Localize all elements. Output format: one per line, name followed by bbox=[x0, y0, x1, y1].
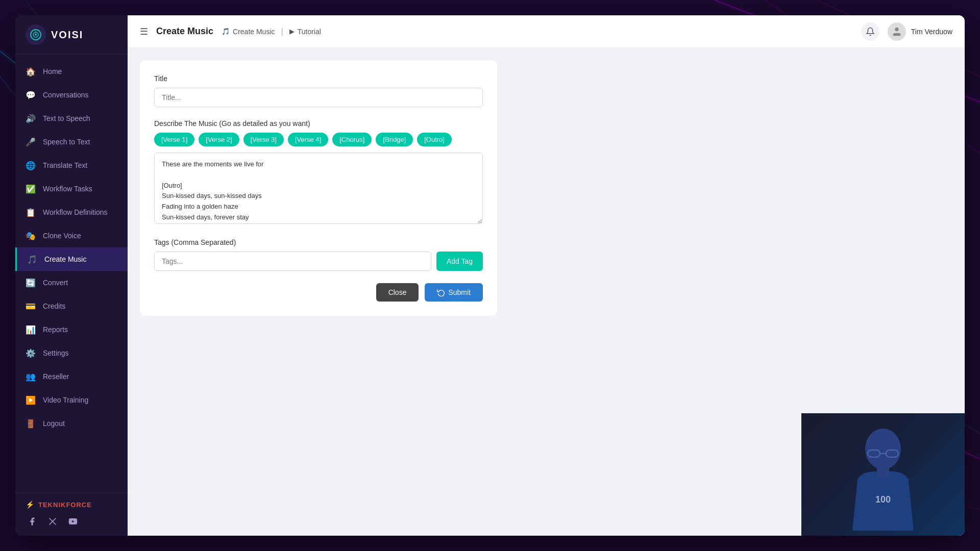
sidebar-item-conversations-label: Conversations bbox=[43, 91, 89, 99]
logo-icon bbox=[26, 24, 46, 45]
header-right: Tim Verduow bbox=[861, 22, 952, 41]
sidebar-item-clone-voice[interactable]: 🎭 Clone Voice bbox=[15, 224, 128, 247]
page-title: Create Music bbox=[156, 26, 213, 37]
sidebar-item-workflow-definitions[interactable]: 📋 Workflow Definitions bbox=[15, 201, 128, 224]
sidebar-item-home[interactable]: 🏠 Home bbox=[15, 60, 128, 83]
convert-icon: 🔄 bbox=[26, 278, 36, 288]
webcam-feed: 100 bbox=[801, 413, 965, 536]
teknikforce-icon: ⚡ bbox=[26, 500, 34, 509]
create-music-form: Title Describe The Music (Go as detailed… bbox=[140, 60, 497, 316]
sidebar-item-video-training-label: Video Training bbox=[43, 396, 88, 404]
reports-icon: 📊 bbox=[26, 324, 36, 335]
sidebar-item-reports[interactable]: 📊 Reports bbox=[15, 318, 128, 341]
sidebar-item-workflow-tasks[interactable]: ✅ Workflow Tasks bbox=[15, 177, 128, 201]
sidebar-item-speech-to-text[interactable]: 🎤 Speech to Text bbox=[15, 130, 128, 154]
sidebar-item-reports-label: Reports bbox=[43, 325, 68, 334]
user-menu[interactable]: Tim Verduow bbox=[888, 22, 952, 41]
sidebar-item-translate-label: Translate Text bbox=[43, 161, 87, 169]
add-tag-button[interactable]: Add Tag bbox=[436, 252, 483, 271]
facebook-link[interactable] bbox=[26, 515, 39, 528]
breadcrumb-link[interactable]: 🎵 Create Music bbox=[222, 28, 275, 36]
sidebar-item-create-music-label: Create Music bbox=[44, 255, 86, 263]
youtube-link[interactable] bbox=[66, 515, 80, 528]
app-name: VOISI bbox=[51, 29, 83, 41]
sidebar-item-credits[interactable]: 💳 Credits bbox=[15, 294, 128, 318]
teknikforce-name: TEKNIKFORCE bbox=[38, 501, 92, 509]
sidebar-item-create-music[interactable]: 🎵 Create Music bbox=[15, 247, 128, 271]
sidebar-navigation: 🏠 Home 💬 Conversations 🔊 Text to Speech … bbox=[15, 55, 128, 492]
user-avatar bbox=[888, 22, 906, 41]
teknikforce-brand: ⚡ TEKNIKFORCE bbox=[26, 500, 117, 509]
sidebar-item-settings-label: Settings bbox=[43, 349, 69, 357]
close-button[interactable]: Close bbox=[376, 283, 419, 302]
tutorial-link[interactable]: ▶ Tutorial bbox=[289, 28, 321, 36]
sidebar-item-credits-label: Credits bbox=[43, 302, 65, 310]
description-section: Describe The Music (Go as detailed as yo… bbox=[154, 119, 483, 226]
sidebar-item-logout-label: Logout bbox=[43, 419, 65, 428]
create-music-icon: 🎵 bbox=[27, 254, 37, 264]
workflow-tasks-icon: ✅ bbox=[26, 184, 36, 194]
verse1-tag-button[interactable]: [Verse 1] bbox=[154, 133, 194, 146]
lyrics-textarea[interactable] bbox=[154, 153, 483, 224]
twitter-link[interactable] bbox=[46, 515, 59, 528]
video-training-icon: ▶️ bbox=[26, 395, 36, 405]
text-to-speech-icon: 🔊 bbox=[26, 113, 36, 123]
notification-button[interactable] bbox=[861, 22, 879, 41]
person-silhouette: 100 bbox=[832, 418, 934, 531]
sidebar-item-conversations[interactable]: 💬 Conversations bbox=[15, 83, 128, 107]
sidebar-item-reseller-label: Reseller bbox=[43, 372, 69, 381]
settings-icon: ⚙️ bbox=[26, 348, 36, 358]
title-input[interactable] bbox=[154, 88, 483, 107]
verse4-tag-button[interactable]: [Verse 4] bbox=[288, 133, 328, 146]
description-label: Describe The Music (Go as detailed as yo… bbox=[154, 119, 483, 128]
sidebar-item-video-training[interactable]: ▶️ Video Training bbox=[15, 388, 128, 412]
tags-row: Add Tag bbox=[154, 252, 483, 271]
breadcrumb: 🎵 Create Music | ▶ Tutorial bbox=[222, 27, 321, 36]
submit-button[interactable]: Submit bbox=[425, 283, 483, 302]
verse3-tag-button[interactable]: [Verse 3] bbox=[243, 133, 284, 146]
logout-icon: 🚪 bbox=[26, 418, 36, 429]
header-left: ☰ Create Music 🎵 Create Music | ▶ Tutori… bbox=[140, 26, 321, 37]
sidebar-item-home-label: Home bbox=[43, 67, 62, 76]
hamburger-menu[interactable]: ☰ bbox=[140, 26, 148, 37]
title-section: Title bbox=[154, 74, 483, 107]
submit-label: Submit bbox=[448, 288, 471, 296]
svg-text:100: 100 bbox=[875, 494, 891, 505]
sidebar-footer: ⚡ TEKNIKFORCE bbox=[15, 492, 128, 536]
social-links bbox=[26, 515, 117, 528]
sidebar-item-reseller[interactable]: 👥 Reseller bbox=[15, 365, 128, 388]
form-actions: Close Submit bbox=[154, 283, 483, 302]
sidebar-item-convert[interactable]: 🔄 Convert bbox=[15, 271, 128, 294]
sidebar-item-translate-text[interactable]: 🌐 Translate Text bbox=[15, 154, 128, 177]
chorus-tag-button[interactable]: [Chorus] bbox=[332, 133, 372, 146]
verse2-tag-button[interactable]: [Verse 2] bbox=[199, 133, 239, 146]
music-breadcrumb-icon: 🎵 bbox=[222, 28, 230, 35]
lyric-tag-buttons: [Verse 1] [Verse 2] [Verse 3] [Verse 4] … bbox=[154, 133, 483, 146]
sidebar-item-settings[interactable]: ⚙️ Settings bbox=[15, 341, 128, 365]
tags-label: Tags (Comma Separated) bbox=[154, 238, 483, 246]
submit-icon bbox=[437, 288, 445, 296]
sidebar-item-logout[interactable]: 🚪 Logout bbox=[15, 412, 128, 435]
home-icon: 🏠 bbox=[26, 66, 36, 77]
tutorial-icon: ▶ bbox=[289, 28, 295, 35]
sidebar-item-workflow-defs-label: Workflow Definitions bbox=[43, 208, 108, 216]
svg-point-15 bbox=[865, 429, 901, 469]
sidebar-item-clone-voice-label: Clone Voice bbox=[43, 232, 81, 240]
tags-input[interactable] bbox=[154, 252, 431, 271]
clone-voice-icon: 🎭 bbox=[26, 231, 36, 241]
svg-rect-19 bbox=[877, 467, 889, 477]
credits-icon: 💳 bbox=[26, 301, 36, 311]
breadcrumb-separator: | bbox=[281, 27, 283, 36]
bridge-tag-button[interactable]: [Bridge] bbox=[376, 133, 413, 146]
sidebar-item-workflow-tasks-label: Workflow Tasks bbox=[43, 185, 92, 193]
reseller-icon: 👥 bbox=[26, 371, 36, 382]
sidebar-item-text-to-speech[interactable]: 🔊 Text to Speech bbox=[15, 107, 128, 130]
outro-tag-button[interactable]: [Outro] bbox=[417, 133, 452, 146]
speech-to-text-icon: 🎤 bbox=[26, 137, 36, 147]
svg-point-14 bbox=[895, 27, 898, 31]
workflow-definitions-icon: 📋 bbox=[26, 207, 36, 217]
sidebar-item-stt-label: Speech to Text bbox=[43, 138, 90, 146]
app-logo[interactable]: VOISI bbox=[15, 15, 128, 55]
sidebar-item-tts-label: Text to Speech bbox=[43, 114, 90, 122]
translate-icon: 🌐 bbox=[26, 160, 36, 170]
